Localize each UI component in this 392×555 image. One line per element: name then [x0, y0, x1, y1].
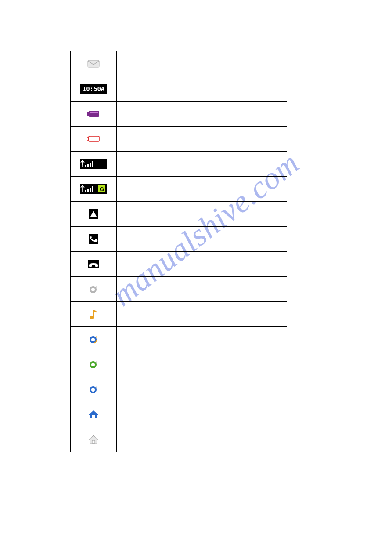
table-row	[71, 427, 287, 452]
table-row	[71, 352, 287, 377]
desc-cell	[116, 352, 287, 377]
desc-cell	[116, 327, 287, 352]
desc-cell	[116, 177, 287, 202]
svg-rect-10	[85, 165, 86, 167]
desc-cell	[116, 227, 287, 252]
home-outline-icon	[88, 435, 99, 444]
table-row	[71, 227, 287, 252]
ring-blue-icon	[89, 385, 98, 394]
table-row	[71, 277, 287, 302]
svg-rect-8	[80, 159, 107, 169]
signal-icon	[80, 159, 107, 169]
desc-cell	[116, 302, 287, 327]
battery-full-icon	[87, 111, 100, 117]
svg-rect-11	[87, 164, 89, 167]
svg-rect-16	[85, 190, 86, 192]
svg-rect-24	[89, 234, 98, 244]
svg-rect-38	[92, 415, 95, 418]
music-note-icon	[89, 309, 98, 319]
table-row	[71, 302, 287, 327]
svg-rect-12	[90, 163, 91, 167]
svg-rect-7	[87, 138, 89, 140]
ring-normal-icon	[89, 284, 98, 294]
svg-rect-5	[90, 112, 98, 113]
table-row	[71, 252, 287, 277]
table-row	[71, 327, 287, 352]
call-end-icon	[88, 260, 99, 268]
clock-icon: 10:50A	[80, 84, 107, 94]
svg-rect-17	[87, 189, 89, 192]
desc-cell	[116, 202, 287, 227]
table-row	[71, 51, 287, 76]
desc-cell	[116, 377, 287, 402]
table-row	[71, 377, 287, 402]
home-blue-icon	[88, 410, 99, 419]
ring-orange-icon	[89, 334, 98, 344]
svg-point-31	[91, 338, 95, 341]
table-row: G	[71, 177, 287, 202]
signal-g-icon: G	[80, 184, 107, 194]
svg-point-36	[91, 388, 95, 392]
svg-rect-6	[89, 136, 99, 141]
desc-cell	[116, 252, 287, 277]
svg-rect-19	[92, 186, 93, 192]
desc-cell	[116, 277, 287, 302]
svg-rect-18	[90, 188, 91, 192]
envelope-icon	[87, 60, 100, 68]
svg-rect-13	[92, 161, 93, 167]
desc-cell	[116, 51, 287, 76]
desc-cell	[116, 76, 287, 102]
desc-cell	[116, 127, 287, 152]
svg-rect-3	[87, 112, 89, 116]
table-row	[71, 102, 287, 127]
desc-cell	[116, 102, 287, 127]
svg-rect-40	[92, 440, 95, 443]
icon-legend-table: 10:50A	[70, 51, 287, 452]
table-row	[71, 127, 287, 152]
call-active-icon	[89, 234, 98, 244]
battery-low-icon	[87, 136, 100, 142]
table-row	[71, 202, 287, 227]
svg-rect-29	[93, 310, 94, 317]
table-row	[71, 152, 287, 177]
svg-text:10:50A: 10:50A	[83, 85, 105, 92]
table-row: 10:50A	[71, 76, 287, 102]
desc-cell	[116, 427, 287, 452]
ring-green-icon	[89, 359, 98, 369]
roaming-icon	[89, 209, 98, 219]
svg-text:G: G	[100, 186, 104, 192]
svg-point-27	[91, 288, 95, 291]
svg-rect-0	[88, 60, 99, 67]
desc-cell	[116, 402, 287, 427]
desc-cell	[116, 152, 287, 177]
table-row	[71, 402, 287, 427]
svg-point-34	[91, 363, 95, 366]
